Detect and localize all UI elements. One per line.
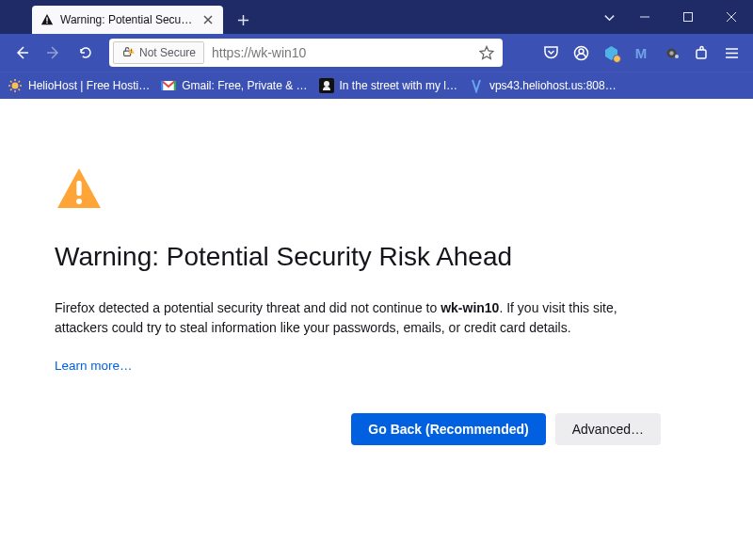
back-button[interactable]: [8, 39, 36, 67]
extensions-button[interactable]: [687, 39, 715, 67]
reload-button[interactable]: [72, 39, 100, 67]
svg-point-10: [675, 55, 679, 58]
pocket-button[interactable]: [537, 39, 565, 67]
bookmark-item[interactable]: In the street with my l…: [319, 78, 457, 93]
minimize-button[interactable]: [623, 0, 666, 34]
error-hostname: wk-win10: [441, 300, 499, 315]
tab-strip: Warning: Potential Security Risk: [0, 0, 257, 34]
svg-rect-1: [46, 23, 47, 24]
bookmark-item[interactable]: Gmail: Free, Private & …: [161, 78, 307, 93]
tab-overflow-button[interactable]: [595, 0, 623, 34]
new-tab-button[interactable]: [229, 6, 257, 34]
svg-point-12: [12, 83, 19, 89]
svg-point-9: [669, 51, 673, 55]
svg-rect-0: [46, 17, 47, 21]
svg-rect-2: [684, 13, 693, 22]
app-menu-button[interactable]: [717, 39, 745, 67]
window-controls: [623, 0, 753, 34]
error-desc-prefix: Firefox detected a potential security th…: [55, 300, 441, 315]
warning-triangle-icon: [40, 12, 55, 27]
go-back-button[interactable]: Go Back (Recommended): [351, 413, 545, 445]
bookmark-item[interactable]: vps43.heliohost.us:808…: [469, 78, 617, 93]
bookmark-label: vps43.heliohost.us:808…: [489, 79, 617, 92]
warning-triangle-large-icon: [55, 165, 104, 214]
svg-rect-16: [76, 181, 81, 196]
bookmark-item[interactable]: HelioHost | Free Hosti…: [8, 78, 150, 93]
tab-close-button[interactable]: [200, 12, 216, 27]
window-titlebar: Warning: Potential Security Risk: [0, 0, 753, 34]
tab-title: Warning: Potential Security Risk: [60, 13, 195, 26]
extension-button-2[interactable]: [657, 39, 685, 67]
page-content: Warning: Potential Security Risk Ahead F…: [0, 99, 753, 560]
account-button[interactable]: [567, 39, 595, 67]
svg-point-17: [76, 199, 82, 204]
server-icon: [469, 78, 484, 93]
close-window-button[interactable]: [710, 0, 753, 34]
gmail-icon: [161, 78, 176, 93]
lock-warning-icon: [121, 45, 135, 61]
toolbar-actions: M: [537, 39, 745, 67]
url-bar[interactable]: Not Secure: [109, 39, 503, 67]
svg-rect-5: [131, 52, 132, 53]
forward-button[interactable]: [40, 39, 68, 67]
browser-tab[interactable]: Warning: Potential Security Risk: [32, 6, 223, 34]
notification-badge-icon: [613, 55, 621, 63]
url-input[interactable]: [204, 39, 474, 67]
svg-point-15: [324, 81, 329, 87]
page-icon: [319, 78, 334, 93]
navigation-toolbar: Not Secure M: [0, 34, 753, 72]
bookmark-label: HelioHost | Free Hosti…: [28, 79, 150, 92]
extension-button-1[interactable]: [597, 39, 625, 67]
maximize-button[interactable]: [666, 0, 710, 34]
error-title: Warning: Potential Security Risk Ahead: [55, 242, 661, 272]
m-letter-icon: M: [635, 45, 648, 61]
identity-label: Not Secure: [139, 46, 196, 59]
svg-rect-11: [697, 50, 706, 58]
learn-more-link[interactable]: Learn more…: [55, 359, 133, 373]
bookmark-label: Gmail: Free, Private & …: [182, 79, 307, 92]
sun-icon: [8, 78, 23, 93]
bookmark-star-button[interactable]: [474, 40, 499, 65]
bookmarks-toolbar: HelioHost | Free Hosti… Gmail: Free, Pri…: [0, 72, 753, 99]
gmail-shortcut-button[interactable]: M: [627, 39, 655, 67]
error-actions: Go Back (Recommended) Advanced…: [55, 413, 661, 445]
advanced-button[interactable]: Advanced…: [555, 413, 661, 445]
security-error-page: Warning: Potential Security Risk Ahead F…: [0, 99, 715, 445]
bookmark-label: In the street with my l…: [340, 79, 457, 92]
svg-rect-4: [131, 49, 132, 51]
identity-box[interactable]: Not Secure: [113, 41, 204, 64]
error-description: Firefox detected a potential security th…: [55, 298, 661, 338]
